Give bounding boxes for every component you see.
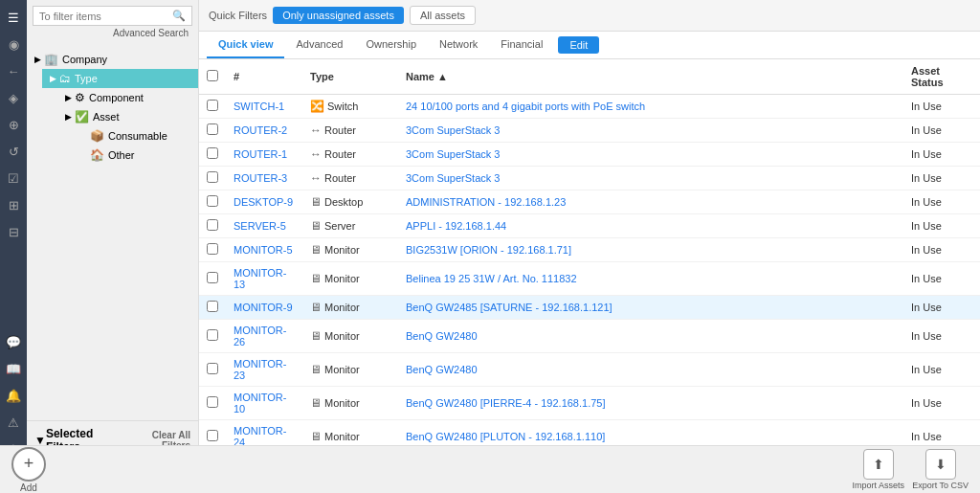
select-all-checkbox[interactable] bbox=[207, 70, 218, 81]
row-id[interactable]: MONITOR-13 bbox=[226, 262, 302, 296]
col-name[interactable]: Name ▲ bbox=[398, 59, 903, 95]
col-status: Asset Status bbox=[903, 59, 980, 95]
row-name[interactable]: 3Com SuperStack 3 bbox=[398, 119, 903, 143]
table-row: MONITOR-23 🖥Monitor BenQ GW2480 In Use bbox=[199, 353, 980, 387]
tree-component[interactable]: ▶ ⚙ Component bbox=[57, 88, 198, 107]
row-id[interactable]: SWITCH-1 bbox=[226, 95, 302, 119]
refresh-icon[interactable]: ↺ bbox=[0, 138, 27, 165]
table-row: DESKTOP-9 🖥Desktop ADMINISTRATION - 192.… bbox=[199, 190, 980, 214]
row-checkbox[interactable] bbox=[207, 430, 218, 441]
all-assets-btn[interactable]: All assets bbox=[410, 6, 476, 25]
main-content: Quick Filters Only unassigned assets All… bbox=[199, 0, 980, 493]
tree-children: ▶ ⚙ Component ▶ ✅ Asset 📦 Consumable bbox=[42, 88, 198, 165]
row-name[interactable]: BenQ GW2485 [SATURNE - 192.168.1.121] bbox=[398, 296, 903, 320]
row-id[interactable]: MONITOR-10 bbox=[226, 387, 302, 420]
export-csv-btn[interactable]: ⬇ Export To CSV bbox=[912, 449, 969, 490]
row-checkbox[interactable] bbox=[207, 272, 218, 283]
row-id[interactable]: MONITOR-9 bbox=[226, 296, 302, 320]
row-checkbox[interactable] bbox=[207, 195, 218, 207]
view-icon[interactable]: ◈ bbox=[0, 84, 27, 111]
component-label: Component bbox=[89, 92, 144, 103]
alert-icon[interactable]: ⚠ bbox=[0, 409, 27, 436]
row-type: 🖥Monitor bbox=[302, 238, 398, 262]
col-type[interactable]: Type bbox=[302, 59, 398, 95]
row-name[interactable]: Belinea 19 25 31W / Art. No. 111832 bbox=[398, 262, 903, 296]
row-id[interactable]: DESKTOP-9 bbox=[226, 190, 302, 214]
row-checkbox[interactable] bbox=[207, 301, 218, 312]
row-checkbox[interactable] bbox=[207, 329, 218, 341]
table-row: ROUTER-1 ↔Router 3Com SuperStack 3 In Us… bbox=[199, 143, 980, 167]
menu-icon[interactable]: ☰ bbox=[0, 4, 27, 31]
add-icon[interactable]: ⊕ bbox=[0, 111, 27, 138]
company-arrow-icon: ▶ bbox=[34, 55, 44, 64]
bell-icon[interactable]: 🔔 bbox=[0, 382, 27, 409]
tab-edit[interactable]: Edit bbox=[558, 36, 599, 54]
row-status: In Use bbox=[903, 95, 980, 119]
row-type: 🖥Monitor bbox=[302, 387, 398, 420]
row-name[interactable]: ADMINISTRATION - 192.168.1.23 bbox=[398, 190, 903, 214]
chat-icon[interactable]: 💬 bbox=[0, 328, 27, 355]
row-name[interactable]: APPLI - 192.168.1.44 bbox=[398, 214, 903, 238]
row-status: In Use bbox=[903, 238, 980, 262]
home-icon[interactable]: ◉ bbox=[0, 31, 27, 57]
row-id[interactable]: SERVER-5 bbox=[226, 214, 302, 238]
row-checkbox[interactable] bbox=[207, 100, 218, 111]
row-id[interactable]: ROUTER-2 bbox=[226, 119, 302, 143]
tabs-bar: Quick view Advanced Ownership Network Fi… bbox=[199, 32, 980, 59]
tree-type[interactable]: ▶ 🗂 Type bbox=[42, 69, 198, 88]
tree-asset[interactable]: ▶ ✅ Asset bbox=[57, 107, 198, 126]
import-assets-btn[interactable]: ⬆ Import Assets bbox=[853, 449, 905, 490]
row-name[interactable]: 3Com SuperStack 3 bbox=[398, 143, 903, 167]
row-checkbox[interactable] bbox=[207, 396, 218, 408]
row-checkbox[interactable] bbox=[207, 363, 218, 374]
row-checkbox[interactable] bbox=[207, 147, 218, 159]
type-icon: 🗂 bbox=[59, 72, 71, 85]
row-type: 🖥Desktop bbox=[302, 190, 398, 214]
tab-network[interactable]: Network bbox=[428, 32, 489, 58]
back-icon[interactable]: ← bbox=[0, 57, 27, 84]
component-icon: ⚙ bbox=[75, 91, 85, 104]
minus-icon[interactable]: ⊟ bbox=[0, 218, 27, 245]
row-name[interactable]: BenQ GW2480 [PIERRE-4 - 192.168.1.75] bbox=[398, 387, 903, 420]
row-name[interactable]: 3Com SuperStack 3 bbox=[398, 167, 903, 190]
tree-other[interactable]: 🏠 Other bbox=[73, 146, 198, 165]
grid-icon[interactable]: ⊞ bbox=[0, 191, 27, 218]
export-icon: ⬇ bbox=[925, 449, 956, 480]
tree-consumable[interactable]: 📦 Consumable bbox=[73, 126, 198, 146]
row-name[interactable]: BenQ GW2480 bbox=[398, 353, 903, 387]
tab-advanced[interactable]: Advanced bbox=[284, 32, 354, 58]
unassigned-assets-btn[interactable]: Only unassigned assets bbox=[273, 7, 404, 24]
consumable-icon: 📦 bbox=[90, 129, 104, 143]
tree-company[interactable]: ▶ 🏢 Company bbox=[27, 50, 198, 69]
row-id[interactable]: ROUTER-1 bbox=[226, 143, 302, 167]
sidebar-search-area: 🔍 Advanced Search bbox=[27, 0, 198, 46]
check-icon[interactable]: ☑ bbox=[0, 165, 27, 191]
row-checkbox[interactable] bbox=[207, 219, 218, 231]
book-icon[interactable]: 📖 bbox=[0, 355, 27, 382]
table-row: SERVER-5 🖥Server APPLI - 192.168.1.44 In… bbox=[199, 214, 980, 238]
filter-search-input[interactable] bbox=[39, 11, 172, 22]
row-id[interactable]: MONITOR-23 bbox=[226, 353, 302, 387]
row-checkbox[interactable] bbox=[207, 243, 218, 255]
table-row: ROUTER-2 ↔Router 3Com SuperStack 3 In Us… bbox=[199, 119, 980, 143]
row-id[interactable]: ROUTER-3 bbox=[226, 167, 302, 190]
row-id[interactable]: MONITOR-26 bbox=[226, 320, 302, 353]
row-checkbox[interactable] bbox=[207, 123, 218, 135]
assets-table: # Type Name ▲ Asset Status SWITCH-1 🔀Swi… bbox=[199, 59, 980, 454]
row-name[interactable]: BenQ GW2480 bbox=[398, 320, 903, 353]
add-button[interactable]: + bbox=[11, 447, 46, 482]
advanced-search-link[interactable]: Advanced Search bbox=[33, 26, 192, 40]
col-id: # bbox=[226, 59, 302, 95]
row-type: ↔Router bbox=[302, 167, 398, 190]
tab-ownership[interactable]: Ownership bbox=[354, 32, 428, 58]
row-type: 🖥Monitor bbox=[302, 320, 398, 353]
row-name[interactable]: BIG2531W [ORION - 192.168.1.71] bbox=[398, 238, 903, 262]
row-checkbox[interactable] bbox=[207, 171, 218, 183]
row-status: In Use bbox=[903, 190, 980, 214]
tab-financial[interactable]: Financial bbox=[489, 32, 554, 58]
row-name[interactable]: 24 10/100 ports and 4 gigabit ports with… bbox=[398, 95, 903, 119]
tab-quick-view[interactable]: Quick view bbox=[207, 32, 284, 58]
row-type: 🖥Monitor bbox=[302, 296, 398, 320]
filter-search-box[interactable]: 🔍 bbox=[33, 6, 192, 26]
row-id[interactable]: MONITOR-5 bbox=[226, 238, 302, 262]
